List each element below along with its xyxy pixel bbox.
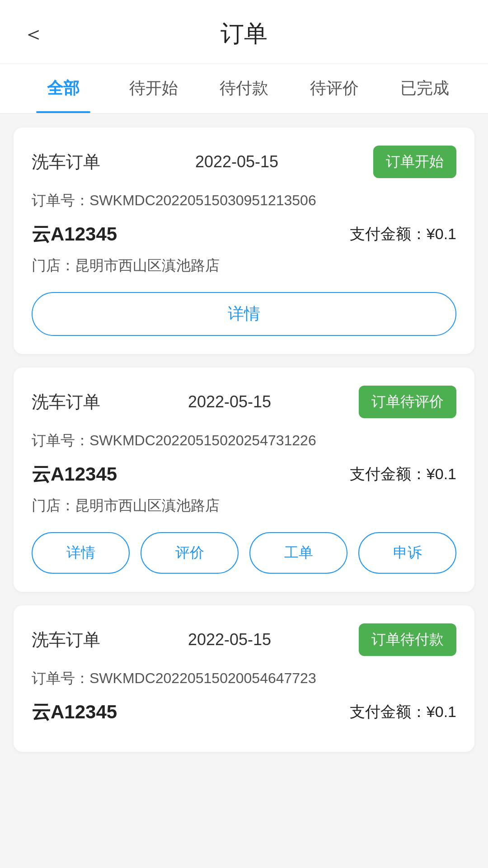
plate-number-1: 云A12345	[32, 222, 117, 247]
order-header-2: 洗车订单 2022-05-15 订单待评价	[32, 386, 456, 418]
order-no-3: 订单号：SWKMDC20220515020054647723	[32, 669, 456, 689]
payment-1: 支付金额：¥0.1	[350, 224, 456, 245]
order-status-3: 订单待付款	[359, 623, 456, 656]
order-list: 洗车订单 2022-05-15 订单开始 订单号：SWKMDC202205150…	[0, 114, 488, 765]
order-date-1: 2022-05-15	[195, 152, 278, 171]
tab-completed[interactable]: 已完成	[380, 64, 470, 113]
order-date-2: 2022-05-15	[188, 392, 271, 411]
payment-3: 支付金额：¥0.1	[350, 702, 456, 722]
order-header-1: 洗车订单 2022-05-15 订单开始	[32, 146, 456, 178]
tab-pending-start[interactable]: 待开始	[108, 64, 199, 113]
order-type-2: 洗车订单	[32, 391, 100, 414]
plate-number-3: 云A12345	[32, 699, 117, 725]
review-button-2[interactable]: 评价	[141, 532, 239, 574]
order-status-1: 订单开始	[373, 146, 456, 178]
order-info-row-2: 云A12345 支付金额：¥0.1	[32, 462, 456, 487]
order-no-1: 订单号：SWKMDC20220515030951213506	[32, 191, 456, 211]
order-type-1: 洗车订单	[32, 151, 100, 174]
complaint-button-2[interactable]: 申诉	[358, 532, 456, 574]
action-buttons-2: 详情 评价 工单 申诉	[32, 532, 456, 574]
payment-2: 支付金额：¥0.1	[350, 464, 456, 485]
order-info-row-1: 云A12345 支付金额：¥0.1	[32, 222, 456, 247]
order-card-1: 洗车订单 2022-05-15 订单开始 订单号：SWKMDC202205150…	[14, 127, 474, 354]
store-info-2: 门店：昆明市西山区滇池路店	[32, 496, 456, 516]
plate-number-2: 云A12345	[32, 462, 117, 487]
tab-pending-payment[interactable]: 待付款	[199, 64, 289, 113]
page-title: 订单	[221, 18, 267, 50]
header: ＜ 订单	[0, 0, 488, 64]
order-date-3: 2022-05-15	[188, 630, 271, 649]
tab-pending-review[interactable]: 待评价	[289, 64, 380, 113]
detail-button-1[interactable]: 详情	[32, 292, 456, 336]
back-button[interactable]: ＜	[23, 23, 44, 45]
workorder-button-2[interactable]: 工单	[249, 532, 347, 574]
order-status-2: 订单待评价	[359, 386, 456, 418]
order-header-3: 洗车订单 2022-05-15 订单待付款	[32, 623, 456, 656]
order-card-3: 洗车订单 2022-05-15 订单待付款 订单号：SWKMDC20220515…	[14, 605, 474, 752]
store-info-1: 门店：昆明市西山区滇池路店	[32, 256, 456, 276]
order-type-3: 洗车订单	[32, 628, 100, 651]
tab-all[interactable]: 全部	[18, 64, 108, 113]
order-card-2: 洗车订单 2022-05-15 订单待评价 订单号：SWKMDC20220515…	[14, 368, 474, 592]
order-no-2: 订单号：SWKMDC20220515020254731226	[32, 431, 456, 451]
detail-button-2[interactable]: 详情	[32, 532, 130, 574]
order-info-row-3: 云A12345 支付金额：¥0.1	[32, 699, 456, 725]
tab-bar: 全部 待开始 待付款 待评价 已完成	[0, 64, 488, 114]
